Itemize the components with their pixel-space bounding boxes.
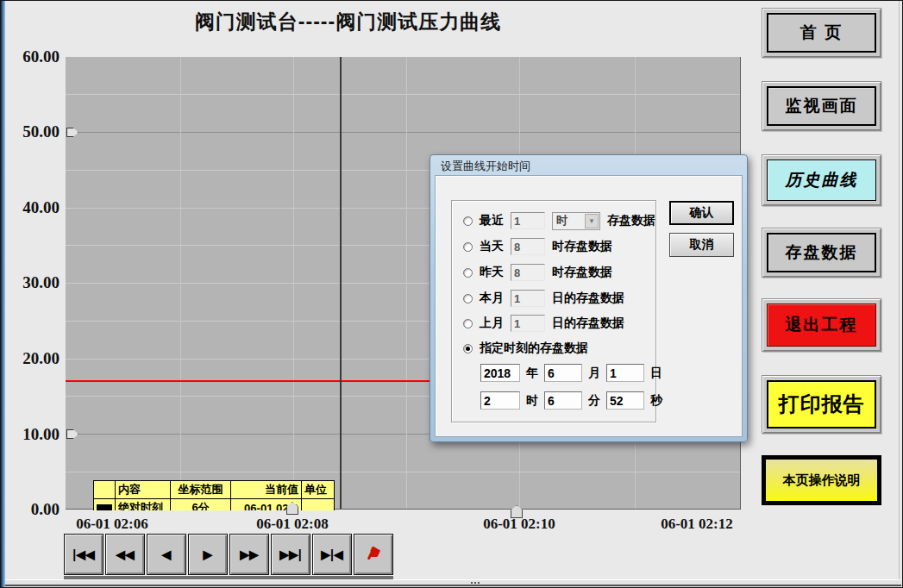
- date-inputs-row: 2018 年 6 月 1 日: [480, 364, 662, 382]
- minute-label: 分: [588, 393, 600, 409]
- curve-legend-table: 内容 坐标范围 当前值 单位 绝对时刻 6分 06-01 02:0: [93, 480, 337, 510]
- cancel-button[interactable]: 取消: [669, 233, 734, 257]
- option-label: 昨天: [480, 265, 504, 280]
- y-tick: 30.00: [1, 273, 60, 292]
- hmi-screen: 阀门测试台-----阀门测试压力曲线 60.00 50.00 40.00 30.…: [0, 0, 903, 588]
- gridline-50: [66, 132, 740, 133]
- legend-range-cell: 6分: [171, 499, 231, 511]
- hour-label: 时: [526, 393, 538, 409]
- radio-today[interactable]: [463, 242, 473, 252]
- nav-exit-frame: 退出工程: [762, 298, 881, 352]
- nav-history-curve-button[interactable]: 历史曲线: [767, 160, 876, 201]
- day-input[interactable]: 1: [606, 364, 644, 382]
- option-specified-time-row: 指定时刻的存盘数据: [463, 339, 588, 358]
- option-label: 本月: [480, 291, 504, 306]
- nav-print-report-button[interactable]: 打印报告: [767, 380, 876, 428]
- option-today-row: 当天 8 时存盘数据: [463, 237, 612, 256]
- fast-forward-button[interactable]: ▶▶: [229, 534, 269, 575]
- gridline: [180, 57, 181, 509]
- option-label: 当天: [480, 239, 504, 254]
- yesterday-hour-input[interactable]: 8: [511, 264, 545, 281]
- hour-input[interactable]: 2: [480, 391, 520, 410]
- month-label: 月: [588, 366, 600, 381]
- minute-input[interactable]: 6: [544, 391, 582, 410]
- legend-swatch-header: [94, 481, 116, 499]
- y-tick: 50.00: [1, 122, 60, 141]
- legend-content-cell: 绝对时刻: [116, 499, 171, 511]
- gridline: [293, 57, 294, 509]
- option-recent-row: 最近 1 时▼ 存盘数据: [463, 211, 655, 230]
- radio-last-month[interactable]: [463, 319, 473, 328]
- col-header-current: 当前值: [231, 481, 302, 499]
- today-hour-input[interactable]: 8: [511, 238, 545, 255]
- nav-history-frame: 历史曲线: [762, 154, 881, 206]
- y-tick: 10.00: [1, 425, 60, 444]
- time-cursor-line[interactable]: [340, 57, 342, 509]
- nav-home-button[interactable]: 首 页: [767, 13, 876, 53]
- radio-this-month[interactable]: [463, 294, 473, 303]
- second-input[interactable]: 52: [606, 391, 644, 410]
- option-last-month-row: 上月 1 日的存盘数据: [463, 314, 624, 333]
- this-month-day-input[interactable]: 1: [511, 290, 545, 307]
- dialog-body: 最近 1 时▼ 存盘数据 当天 8 时存盘数据 昨天 8 时存盘数据: [435, 175, 743, 437]
- option-suffix: 存盘数据: [607, 213, 655, 228]
- page-title: 阀门测试台-----阀门测试压力曲线: [1, 9, 695, 35]
- recent-unit-combobox[interactable]: 时▼: [552, 212, 600, 230]
- step-forward-button[interactable]: ▶: [188, 534, 228, 575]
- year-label: 年: [526, 366, 538, 381]
- hand-pointer-button[interactable]: ☚: [354, 534, 393, 575]
- go-to-cursor-button[interactable]: ▶|◀: [312, 534, 352, 575]
- playback-toolbar: |◀◀ ◀◀ ◀ ▶ ▶▶ ▶▶| ▶|◀ ☚: [64, 534, 393, 579]
- nav-print-frame: 打印报告: [762, 375, 881, 434]
- combo-value: 时: [556, 213, 568, 228]
- option-suffix: 时存盘数据: [552, 239, 612, 254]
- confirm-button[interactable]: 确认: [669, 201, 734, 225]
- nav-saved-data-button[interactable]: 存盘数据: [767, 233, 876, 272]
- skip-to-end-button[interactable]: ▶▶|: [271, 534, 310, 575]
- x-tick: 06-01 02:10: [459, 516, 580, 533]
- x-tick: 06-01 02:08: [232, 516, 353, 533]
- col-header-content: 内容: [116, 481, 171, 499]
- year-input[interactable]: 2018: [480, 364, 520, 382]
- day-label: 日: [650, 366, 662, 381]
- last-month-day-input[interactable]: 1: [511, 315, 545, 332]
- x-tick: 06-01 02:12: [636, 516, 757, 533]
- col-header-unit: 单位: [302, 481, 335, 499]
- dialog-title: 设置曲线开始时间: [441, 159, 530, 174]
- col-header-range: 坐标范围: [171, 481, 231, 499]
- time-options-groupbox: 最近 1 时▼ 存盘数据 当天 8 时存盘数据 昨天 8 时存盘数据: [451, 200, 656, 422]
- skip-to-start-button[interactable]: |◀◀: [64, 534, 103, 575]
- curve-color-swatch: [97, 504, 112, 510]
- nav-monitor-frame: 监视画面: [762, 81, 881, 131]
- gridline: [66, 472, 740, 472]
- option-label: 上月: [480, 316, 504, 331]
- right-separator-line: [899, 1, 900, 580]
- nav-monitor-button[interactable]: 监视画面: [767, 86, 876, 126]
- nav-home-frame: 首 页: [762, 8, 881, 58]
- fast-rewind-button[interactable]: ◀◀: [105, 534, 145, 575]
- bottom-splitter-bar[interactable]: [5, 579, 901, 586]
- legend-header-row: 内容 坐标范围 当前值 单位: [94, 481, 335, 499]
- y-tick: 40.00: [1, 198, 60, 217]
- nav-page-help-button[interactable]: 本页操作说明: [762, 455, 881, 505]
- y-tick: 20.00: [1, 349, 60, 368]
- legend-unit-cell: [302, 499, 335, 511]
- chevron-down-icon[interactable]: ▼: [585, 214, 599, 228]
- gridline: [66, 94, 740, 95]
- set-curve-start-time-dialog: 设置曲线开始时间 最近 1 时▼ 存盘数据 当天 8 时存盘数据: [430, 154, 748, 442]
- step-back-button[interactable]: ◀: [147, 534, 186, 575]
- recent-value-input[interactable]: 1: [511, 212, 545, 229]
- option-suffix: 日的存盘数据: [552, 291, 624, 306]
- radio-specified-time[interactable]: [463, 344, 473, 353]
- option-label: 最近: [480, 213, 504, 228]
- option-label: 指定时刻的存盘数据: [480, 341, 588, 356]
- time-inputs-row: 2 时 6 分 52 秒: [480, 391, 662, 410]
- radio-recent[interactable]: [463, 216, 473, 226]
- radio-yesterday[interactable]: [463, 268, 473, 278]
- gridline: [406, 57, 407, 509]
- nav-exit-project-button[interactable]: 退出工程: [767, 303, 876, 347]
- nav-saved-data-frame: 存盘数据: [762, 228, 881, 278]
- option-suffix: 日的存盘数据: [552, 316, 624, 331]
- month-input[interactable]: 6: [544, 364, 582, 382]
- option-suffix: 时存盘数据: [552, 265, 612, 280]
